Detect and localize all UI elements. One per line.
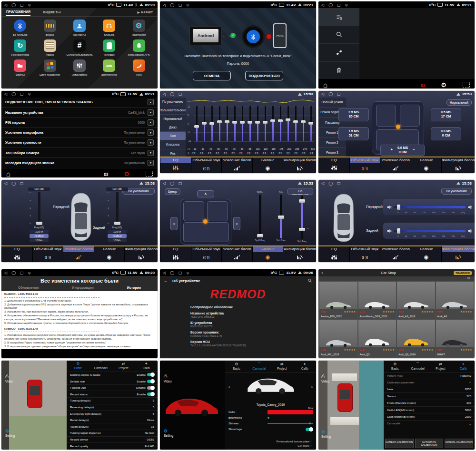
tab-balance[interactable]: Баланс ◉ xyxy=(94,246,125,262)
app-superuser[interactable]: # Суперпользователь xyxy=(65,39,94,56)
delay-front-left[interactable]: 2.5 MS85 CM xyxy=(338,108,369,121)
home-circle-icon[interactable]: ◯ xyxy=(328,92,333,96)
dropdown-button[interactable]: ▼ xyxy=(148,139,154,146)
car-card[interactable]: V360★★★★★ Audi_A8L_2018 xyxy=(319,320,357,357)
app-radio[interactable]: Радио xyxy=(35,39,64,56)
sidebar-item-search[interactable] xyxy=(318,26,359,44)
toggle-on[interactable] xyxy=(147,380,154,383)
toggle-on[interactable] xyxy=(147,392,154,396)
tab-bass-boost[interactable]: Усиление басов xyxy=(380,157,411,173)
tab-basic[interactable]: ⚙Basic xyxy=(67,361,89,372)
toggle-on[interactable] xyxy=(306,428,313,431)
color-swatch[interactable] xyxy=(268,410,313,414)
automatic-calibration-button[interactable]: AUTOMATIC CALIBRATION xyxy=(415,439,444,448)
gear-icon[interactable]: ⚙ xyxy=(124,171,129,177)
back-icon[interactable]: ◁ xyxy=(163,271,166,275)
get-more-link[interactable]: Get more 〉 xyxy=(228,444,313,448)
eq-band-slider[interactable] xyxy=(286,106,290,141)
video-button[interactable]: ⎙ Video xyxy=(164,374,172,383)
app-contacts[interactable]: Контакты xyxy=(65,20,94,36)
prev-model-button[interactable]: < xyxy=(228,385,230,389)
tab-filter[interactable]: Фильтрация басов xyxy=(124,246,158,262)
setting-row[interactable]: Record deviceUSB2 xyxy=(67,437,158,443)
recents-icon[interactable]: ▢ xyxy=(337,92,341,96)
mode-3[interactable]: Режим 3 xyxy=(318,148,346,157)
setting-row[interactable]: Calibration parameter⌃ xyxy=(384,379,475,386)
setting-row[interactable]: Starting engine to rotateEnable xyxy=(67,372,158,379)
setting-row[interactable]: Pattern TypePattern2 xyxy=(384,373,475,379)
home-circle-icon[interactable]: ◯ xyxy=(11,3,16,7)
setting-row[interactable]: Record statusEnable xyxy=(67,391,158,398)
home-circle-icon[interactable]: ◯ xyxy=(170,181,174,186)
preset-pop[interactable]: Поп xyxy=(160,132,186,140)
setting-row[interactable]: Car model⌄ xyxy=(384,421,475,427)
tab-calib[interactable]: ✦Calib xyxy=(452,361,475,372)
shiness-slider[interactable] xyxy=(268,423,313,424)
app-music[interactable]: Музыка xyxy=(94,20,124,36)
about-item[interactable]: Беспроводное обновление xyxy=(160,304,316,310)
setting-row[interactable]: Calib LEN(AD in mm)5000 xyxy=(384,407,475,413)
recents-icon[interactable]: ▢ xyxy=(178,181,182,186)
preset-classic[interactable]: Классика xyxy=(160,140,186,149)
car-card-partial[interactable] xyxy=(436,358,474,358)
recents-icon[interactable]: ▢ xyxy=(337,3,341,7)
dropdown-button[interactable]: ▼ xyxy=(148,109,154,116)
video-button[interactable]: ⎙ Video xyxy=(321,374,329,383)
tab-surround[interactable]: Объёмный звук ((·)) xyxy=(349,246,380,262)
home-circle-icon[interactable]: ◯ xyxy=(11,271,16,275)
filter-all[interactable]: All xyxy=(318,276,475,281)
back-icon[interactable]: ◁ xyxy=(4,181,7,186)
arrow-left-button[interactable]: < xyxy=(170,217,178,230)
tab-basic[interactable]: ⚙Basic xyxy=(384,361,407,372)
preset-jazz[interactable]: Джаз xyxy=(160,123,186,132)
tab-bass-boost[interactable]: Усиление басов xyxy=(221,246,252,262)
setting-row[interactable]: Emergency light delay(s)5 xyxy=(67,411,158,417)
eq-band-slider[interactable] xyxy=(263,106,268,141)
tab-project[interactable]: ⇄Project xyxy=(271,361,294,372)
freq-100[interactable]: 100Hz xyxy=(30,230,49,234)
back-icon[interactable]: ◁ xyxy=(321,181,324,186)
tab-surround[interactable]: Объёмный звук ((·)) xyxy=(191,157,222,173)
eq-band-slider[interactable] xyxy=(194,106,199,141)
brightness-slider[interactable] xyxy=(268,417,313,419)
setting-row[interactable]: Default rearEnable xyxy=(67,378,158,385)
car-card[interactable]: V360★★★★★ Aeolus_E70_2022 xyxy=(319,282,357,319)
tab-project[interactable]: ⇄Project xyxy=(112,361,135,372)
tab-apps[interactable]: ПРИЛОЖЕНИЯ xyxy=(6,8,30,16)
home-circle-icon[interactable]: ◯ xyxy=(328,3,333,7)
recents-icon[interactable]: ▢ xyxy=(20,92,24,96)
tab-filter[interactable]: Фильтрация басов xyxy=(283,246,316,262)
tab-surround[interactable]: Объёмный звук ((·)) xyxy=(349,157,380,173)
tab-calib[interactable]: ✦Calib xyxy=(293,361,316,372)
search-icon[interactable] xyxy=(307,278,312,283)
car-card-partial[interactable] xyxy=(358,358,397,358)
default-button[interactable]: По умолчанию xyxy=(441,188,472,195)
tab-carmodel[interactable]: ⌒Carmodel xyxy=(89,361,112,372)
minus-button[interactable]: + xyxy=(391,148,393,152)
transfer-button[interactable]: TRANSFER xyxy=(454,271,472,275)
setting-row[interactable]: Sensor225 xyxy=(384,393,475,400)
manual-calibration-button[interactable]: MANUAL CALIBRATION xyxy=(445,439,473,448)
lower-handle[interactable] xyxy=(299,228,305,231)
setting-row[interactable]: Radar delay(s)Close xyxy=(67,417,158,424)
back-icon[interactable]: ◁ xyxy=(4,92,7,96)
listening-position-dot[interactable] xyxy=(396,125,400,129)
back-icon[interactable]: ◁ xyxy=(321,3,324,7)
home-icon[interactable]: ⌂ xyxy=(323,81,327,88)
dropdown-button[interactable]: ▼ xyxy=(148,160,154,166)
tab-calib[interactable]: ✦Calib xyxy=(135,361,158,372)
delay-rear-right[interactable]: 0.0 MS0 CM xyxy=(431,127,461,140)
tab-bass-boost[interactable]: Усиление басов xyxy=(221,157,252,173)
car-card[interactable]: V360★★★★★ Audi_Q5 xyxy=(358,320,397,357)
back-icon[interactable]: ◁ xyxy=(4,271,7,275)
arrow-up-button[interactable]: ∧ xyxy=(197,190,214,197)
dropdown-button[interactable]: ▼ xyxy=(148,129,154,136)
tab-widgets[interactable]: ВИДЖЕТЫ xyxy=(43,10,60,14)
tab-surround[interactable]: Объёмный звук ((·)) xyxy=(191,246,222,262)
video-button[interactable]: ⎙ Video xyxy=(5,374,13,383)
eq-band-slider[interactable] xyxy=(248,106,252,141)
back-icon[interactable]: ◁ xyxy=(163,92,166,96)
plus-button[interactable]: − xyxy=(413,148,415,152)
back-icon[interactable]: ◁ xyxy=(4,3,7,7)
tab-basic[interactable]: ⚙Basic xyxy=(225,361,248,372)
